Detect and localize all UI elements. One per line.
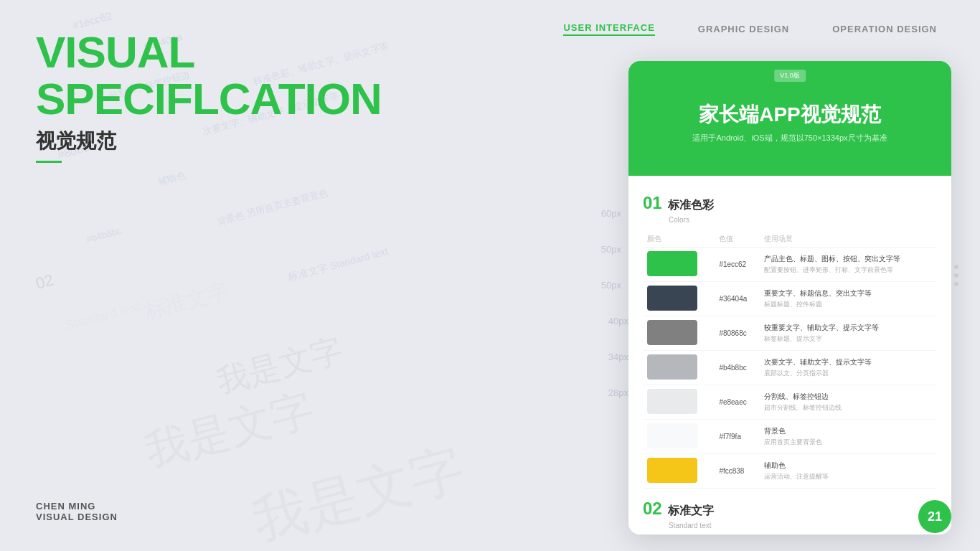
page-number: 21 (918, 500, 951, 533)
author-role: VISUAL DESIGN (36, 512, 118, 522)
color-table-row: #1ecc62 产品主色、标题、图标、按钮、突出文字等 配置要按钮、进率矩形、打… (643, 248, 937, 282)
color-table-row: #fcc838 辅助色 运营活动、注意提醒等 (643, 454, 937, 489)
color-usage-cell: 次要文字、辅助文字、提示文字等 底部以文、分页指示器 (760, 351, 937, 385)
color-table-row: #f7f9fa 背景色 应用首页主要背景色 (643, 420, 937, 454)
doc-navigation-dots (954, 265, 958, 286)
color-hex-cell: #e8eaec (715, 385, 759, 420)
color-usage-cell: 背景色 应用首页主要背景色 (760, 420, 937, 454)
color-swatch-cell (643, 316, 715, 351)
color-usage-cell: 较重要文字、辅助文字、提示文字等 标签标题、提示文字 (760, 316, 937, 351)
section-01-header: 01 标准色彩 (643, 193, 937, 213)
section-01-title: 标准色彩 (668, 198, 714, 213)
color-usage-cell: 辅助色 运营活动、注意提醒等 (760, 454, 937, 489)
doc-dot-2 (954, 273, 958, 278)
doc-dot-1 (954, 265, 958, 269)
color-col-swatch: 颜色 (643, 231, 715, 248)
color-hex-cell: #36404a (715, 282, 759, 316)
nav-item-graphic-design[interactable]: GRAPHIC DESIGN (698, 24, 789, 34)
color-swatch-cell (643, 385, 715, 420)
color-hex-cell: #b4b8bc (715, 351, 759, 385)
title-subtitle: 视觉规范 (36, 128, 382, 155)
color-hex-cell: #80868c (715, 316, 759, 351)
nav-item-operation-design[interactable]: OPERATION DESIGN (832, 24, 937, 34)
document-preview: V1.0版 家长端APP视觉规范 适用于Android、iOS端，规范以750×… (628, 61, 951, 534)
section-02-header: 02 标准文字 (643, 499, 937, 519)
doc-version-badge: V1.0版 (774, 70, 806, 82)
color-swatch-cell (643, 248, 715, 282)
doc-dot-3 (954, 282, 958, 286)
section-01-title-en: Colors (669, 216, 937, 224)
title-line2: SPECIFLCATION (36, 75, 382, 122)
color-table-row: #36404a 重要文字、标题信息、突出文字等 标题标题、控件标题 (643, 282, 937, 316)
color-usage-cell: 重要文字、标题信息、突出文字等 标题标题、控件标题 (760, 282, 937, 316)
section-02-title: 标准文字 (668, 504, 714, 519)
color-swatch-cell (643, 282, 715, 316)
color-table-row: #b4b8bc 次要文字、辅助文字、提示文字等 底部以文、分页指示器 (643, 351, 937, 385)
doc-title-desc: 适用于Android、iOS端，规范以750×1334px尺寸为基准 (692, 133, 887, 143)
color-swatch-cell (643, 454, 715, 489)
hero-title: VISUAL SPECIFLCATION 视觉规范 (36, 29, 382, 163)
color-usage-cell: 产品主色、标题、图标、按钮、突出文字等 配置要按钮、进率矩形、打标、文字前景色等 (760, 248, 937, 282)
color-col-usage: 使用场景 (760, 231, 937, 248)
color-table-row: #80868c 较重要文字、辅助文字、提示文字等 标签标题、提示文字 (643, 316, 937, 351)
color-hex-cell: #1ecc62 (715, 248, 759, 282)
doc-header: V1.0版 家长端APP视觉规范 适用于Android、iOS端，规范以750×… (628, 61, 951, 176)
color-swatch-cell (643, 351, 715, 385)
section-01-num: 01 (643, 193, 662, 213)
author-info: CHEN MING VISUAL DESIGN (36, 501, 118, 522)
nav-item-user-interface[interactable]: USER INTERFACE (563, 22, 654, 36)
color-usage-cell: 分割线、标签控钮边 超市分割线、标签控钮边线 (760, 385, 937, 420)
color-hex-cell: #f7f9fa (715, 420, 759, 454)
color-table: 颜色 色值 使用场景 #1ecc62 产品主色、标题、图标、按钮、突出文字等 配… (643, 231, 937, 489)
color-hex-cell: #fcc838 (715, 454, 759, 489)
section-02-title-en: Standard text (669, 522, 937, 529)
color-col-hex: 色值 (715, 231, 759, 248)
color-table-row: #e8eaec 分割线、标签控钮边 超市分割线、标签控钮边线 (643, 385, 937, 420)
color-swatch-cell (643, 420, 715, 454)
author-name: CHEN MING (36, 501, 118, 512)
section-02-num: 02 (643, 499, 662, 519)
doc-body: 01 标准色彩 Colors 颜色 色值 使用场景 #1ecc62 (628, 176, 951, 534)
title-underline-decoration (36, 161, 62, 163)
doc-title-cn: 家长端APP视觉规范 (699, 101, 881, 128)
title-line1: VISUAL (36, 29, 382, 75)
